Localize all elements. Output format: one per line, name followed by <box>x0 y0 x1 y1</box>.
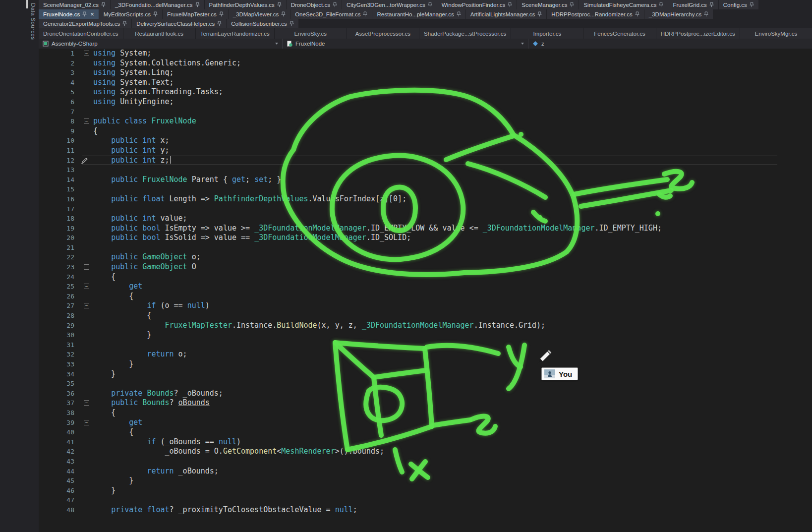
tab--3dfoundatio-delmanager-cs[interactable]: _3DFoundatio...delManager.cs <box>111 0 204 9</box>
code-line-3[interactable]: 3using System.Linq; <box>39 68 812 78</box>
code-line-26[interactable]: 26 { <box>39 292 812 301</box>
tab-fruxelgrid-cs[interactable]: FruxelGrid.cs <box>668 0 718 9</box>
code-line-14[interactable]: 14 public FruxelNode Parent { get; set; … <box>39 175 812 185</box>
code-line-27[interactable]: 27− if (o == null) <box>39 301 812 311</box>
close-icon[interactable]: × <box>90 11 94 17</box>
tab-droneobject-cs[interactable]: DroneObject.cs <box>287 0 342 9</box>
tab-artificiallightsmanager-cs[interactable]: ArtificialLightsManager.cs <box>466 9 546 19</box>
tab-droneorientationcontroller-cs[interactable]: DroneOrientationController.cs <box>39 28 123 39</box>
fold-collapse-icon[interactable]: − <box>84 400 89 406</box>
code-line-24[interactable]: 24 { <box>39 272 812 282</box>
pin-icon[interactable] <box>709 2 714 7</box>
code-line-41[interactable]: 41 if (_oBounds == null) <box>39 437 812 447</box>
pin-icon[interactable] <box>219 11 224 17</box>
code-editor[interactable]: 1−using System;2using System.Collections… <box>39 49 812 532</box>
code-line-16[interactable]: 16 public float Length => PathfinderDept… <box>39 194 812 204</box>
fold-collapse-icon[interactable]: − <box>84 284 89 289</box>
pin-icon[interactable] <box>333 2 337 7</box>
tab-windowpositionfinder-cs[interactable]: WindowPositionFinder.cs <box>437 0 517 9</box>
pin-icon[interactable] <box>635 11 639 17</box>
tab--3dmapviewer-cs[interactable]: _3DMapViewer.cs <box>229 9 290 19</box>
tab-assetpreprocessor-cs[interactable]: AssetPreprocessor.cs <box>347 28 419 39</box>
pin-icon[interactable] <box>153 11 158 17</box>
code-line-7[interactable]: 7 <box>39 107 812 117</box>
pin-icon[interactable] <box>195 2 200 7</box>
pin-icon[interactable] <box>537 11 542 17</box>
code-line-18[interactable]: 18 public int value; <box>39 214 812 224</box>
tab-fruxelmaptester-cs[interactable]: FruxelMapTester.cs <box>163 9 228 19</box>
code-line-36[interactable]: 36 private Bounds? _oBounds; <box>39 389 812 399</box>
pin-icon[interactable] <box>457 11 461 17</box>
code-line-29[interactable]: 29 FruxelMapTester.Instance.BuildNode(x,… <box>39 321 812 331</box>
code-line-28[interactable]: 28 { <box>39 311 812 321</box>
data-sources-tool-tab[interactable]: Data Sources <box>30 3 36 40</box>
code-line-46[interactable]: 46 } <box>39 486 812 496</box>
type-dropdown[interactable]: FruxelNode <box>283 39 528 49</box>
code-line-30[interactable]: 30 } <box>39 330 812 340</box>
code-line-44[interactable]: 44 return _oBounds; <box>39 467 812 476</box>
code-line-42[interactable]: 42 _oBounds = O.GetComponent<MeshRendere… <box>39 447 812 457</box>
code-line-34[interactable]: 34 } <box>39 369 812 379</box>
fold-collapse-icon[interactable]: − <box>84 51 89 56</box>
code-line-39[interactable]: 39− get <box>39 418 812 428</box>
code-line-6[interactable]: 6using UnityEngine; <box>39 97 812 107</box>
fold-collapse-icon[interactable]: − <box>84 303 89 308</box>
tab-collisionsubscriber-cs[interactable]: CollisionSubscriber.cs <box>227 19 298 28</box>
tab-myeditorscripts-cs[interactable]: MyEditorScripts.cs <box>99 9 162 19</box>
fold-collapse-icon[interactable]: − <box>84 118 89 124</box>
code-line-32[interactable]: 32 return o; <box>39 350 812 359</box>
code-line-9[interactable]: 9{ <box>39 126 812 136</box>
tab-importer-cs[interactable]: Importer.cs <box>511 28 583 39</box>
code-line-19[interactable]: 19 public bool IsEmpty => value >= _3DFo… <box>39 224 812 234</box>
pin-icon[interactable] <box>570 2 574 7</box>
tab-envirosky-cs[interactable]: EnviroSky.cs <box>275 28 347 39</box>
tab-restaurantho-plemanager-cs[interactable]: RestaurantHo...pleManager.cs <box>372 9 465 19</box>
pin-icon[interactable] <box>122 21 127 26</box>
code-line-15[interactable]: 15 <box>39 184 812 194</box>
code-line-17[interactable]: 17 <box>39 204 812 214</box>
code-line-10[interactable]: 10 public int x; <box>39 136 812 146</box>
pin-icon[interactable] <box>659 2 663 7</box>
code-line-5[interactable]: 5using System.Threading.Tasks; <box>39 87 812 97</box>
code-line-35[interactable]: 35 <box>39 379 812 389</box>
pin-icon[interactable] <box>290 21 294 26</box>
code-line-25[interactable]: 25− get <box>39 282 812 292</box>
tab-config-cs[interactable]: Config.cs <box>719 0 758 9</box>
project-dropdown[interactable]: Assembly-CSharp <box>39 39 283 49</box>
code-line-38[interactable]: 38 { <box>39 408 812 418</box>
tab-citygen3dgen-torwrapper-cs[interactable]: CityGen3DGen...torWrapper.cs <box>342 0 437 9</box>
tab-fencesgenerator-cs[interactable]: FencesGenerator.cs <box>583 28 655 39</box>
tab-terrainlayerrandomizer-cs[interactable]: TerrainLayerRandomizer.cs <box>196 28 274 39</box>
code-line-13[interactable]: 13 <box>39 165 812 175</box>
pin-icon[interactable] <box>82 11 87 17</box>
code-line-43[interactable]: 43 <box>39 457 812 467</box>
tab-hdrppostproc-izereditor-cs[interactable]: HDRPPostproc...izerEditor.cs <box>656 28 740 39</box>
code-line-4[interactable]: 4using System.Text; <box>39 78 812 88</box>
tab--3dmaphierarchy-cs[interactable]: _3DMapHierarchy.cs <box>644 9 713 19</box>
tab-scenemanager-02-cs[interactable]: SceneManager_02.cs <box>39 0 110 9</box>
pin-icon[interactable] <box>277 2 282 7</box>
code-line-8[interactable]: 8−public class FruxelNode <box>39 117 812 126</box>
code-line-12[interactable]: 12 public int z; <box>39 156 812 166</box>
code-line-31[interactable]: 31 <box>39 340 812 350</box>
tab-enviroskymgr-cs[interactable]: EnviroSkyMgr.cs <box>740 28 812 39</box>
code-line-2[interactable]: 2using System.Collections.Generic; <box>39 59 812 68</box>
tab-simulatedfisheyecamera-cs[interactable]: SimulatedFisheyeCamera.cs <box>579 0 668 9</box>
code-line-33[interactable]: 33 } <box>39 359 812 369</box>
code-line-40[interactable]: 40 { <box>39 427 812 437</box>
code-line-47[interactable]: 47 <box>39 495 812 505</box>
code-line-48[interactable]: 48 private float? _proximityToClosestObs… <box>39 505 812 515</box>
pin-icon[interactable] <box>704 11 708 17</box>
pin-icon[interactable] <box>508 2 512 7</box>
tab-hdrppostproc-randomizer-cs[interactable]: HDRPPostproc...Randomizer.cs <box>547 9 644 19</box>
tab-shaderpackage-stprocessor-cs[interactable]: ShaderPackage...stProcessor.cs <box>419 28 511 39</box>
code-line-23[interactable]: 23− public GameObject O <box>39 262 812 272</box>
code-line-22[interactable]: 22 public GameObject o; <box>39 252 812 262</box>
code-line-21[interactable]: 21 <box>39 243 812 253</box>
tab-onesec3d-fileformat-cs[interactable]: OneSec3D_FileFormat.cs <box>290 9 372 19</box>
fold-collapse-icon[interactable]: − <box>84 264 89 270</box>
tab-fruxelnode-cs[interactable]: FruxelNode.cs× <box>39 9 99 19</box>
code-line-37[interactable]: 37− public Bounds? oBounds <box>39 398 812 408</box>
code-line-45[interactable]: 45 } <box>39 476 812 486</box>
fold-collapse-icon[interactable]: − <box>84 420 89 425</box>
